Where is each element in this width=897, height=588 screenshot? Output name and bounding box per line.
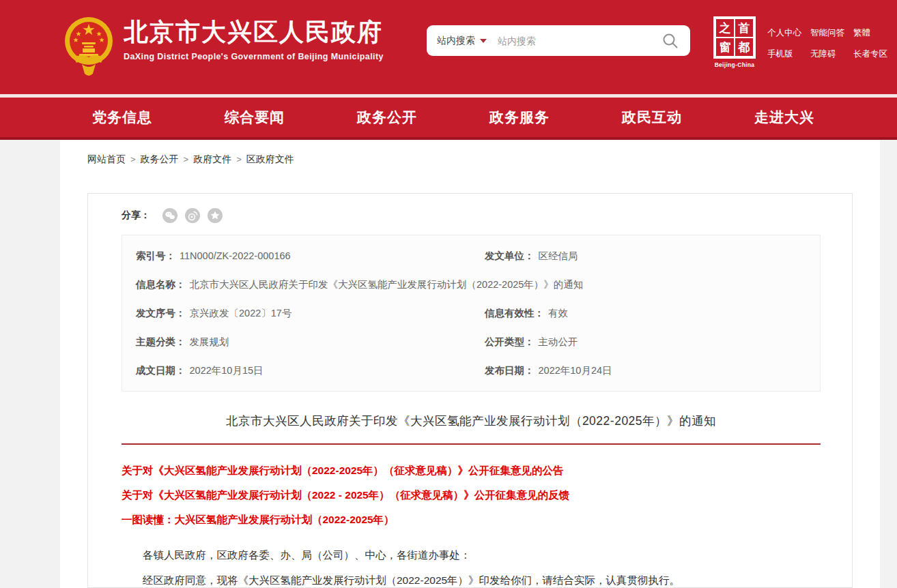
share-row: 分享： [122,208,821,223]
meta-validity: 信息有效性：有效 [471,299,820,327]
nav-item-party-affairs[interactable]: 党务信息 [92,108,152,127]
search-scope-label: 站内搜索 [437,35,475,47]
document-meta-table: 索引号：11N000/ZK-2022-000166 发文单位：区经信局 信息名称… [122,235,821,392]
document-body: 各镇人民政府，区政府各委、办、局（公司）、中心，各街道办事处： 经区政府同意，现… [122,547,821,588]
chevron-down-icon [480,39,487,43]
title-divider [122,443,821,445]
meta-issuing-unit: 发文单位：区经信局 [471,241,820,270]
meta-row: 索引号：11N000/ZK-2022-000166 发文单位：区经信局 [122,241,820,270]
capital-window-char: 都 [735,38,754,57]
nav-item-public-interaction[interactable]: 政民互动 [622,108,682,127]
breadcrumb-gov-documents[interactable]: 政府文件 [193,153,231,164]
nav-item-gov-services[interactable]: 政务服务 [489,108,550,127]
meta-row: 主题分类：发展规划 公开类型：主动公开 [122,327,820,356]
meta-document-number: 发文序号：京兴政发〔2022〕17号 [122,299,471,327]
meta-written-date: 成文日期：2022年10月15日 [122,356,471,385]
capital-window-char: 首 [735,18,754,38]
link-smart-qa[interactable]: 智能问答 [810,27,844,39]
article-card: 分享： [87,193,853,588]
share-label: 分享： [122,209,150,222]
breadcrumb-separator: > [130,154,136,164]
link-personal-center[interactable]: 个人中心 [767,27,801,39]
capital-window-char: 窗 [715,38,735,57]
meta-topic-category: 主题分类：发展规划 [122,327,471,356]
search-input[interactable] [498,35,660,46]
capital-window-char: 之 [715,18,735,38]
link-accessibility[interactable]: 无障碍 [810,48,836,60]
meta-info-name: 信息名称：北京市大兴区人民政府关于印发《大兴区氢能产业发展行动计划（2022-2… [122,270,820,299]
breadcrumb-home[interactable]: 网站首页 [87,153,126,164]
meta-publish-date: 发布日期：2022年10月24日 [471,356,820,385]
related-link-announcement[interactable]: 关于对《大兴区氢能产业发展行动计划（2022-2025年）（征求意见稿）》公开征… [122,458,821,483]
related-link-infographic[interactable]: 一图读懂：大兴区氢能产业发展行动计划（2022-2025年） [122,508,821,532]
document-paragraph: 经区政府同意，现将《大兴区氢能产业发展行动计划（2022-2025年）》印发给你… [122,572,821,588]
breadcrumb-district-documents[interactable]: 区政府文件 [246,153,294,164]
capital-window-caption: Beijing-China [712,61,757,68]
site-header: 北京市大兴区人民政府 DaXing District People's Gove… [0,0,897,94]
site-title: 北京市大兴区人民政府 [124,18,384,46]
weibo-share-icon[interactable] [185,208,200,223]
site-subtitle: DaXing District People's Government of B… [124,52,384,61]
related-links: 关于对《大兴区氢能产业发展行动计划（2022-2025年）（征求意见稿）》公开征… [122,458,821,532]
meta-row: 发文序号：京兴政发〔2022〕17号 信息有效性：有效 [122,299,820,327]
site-title-block: 北京市大兴区人民政府 DaXing District People's Gove… [124,18,384,61]
meta-row: 成文日期：2022年10月15日 发布日期：2022年10月24日 [122,356,820,385]
meta-index-number: 索引号：11N000/ZK-2022-000166 [122,241,471,270]
qzone-share-icon[interactable] [208,208,223,223]
search-icon [661,32,679,50]
search-scope-dropdown[interactable]: 站内搜索 [437,35,487,47]
nav-item-news[interactable]: 综合要闻 [225,108,285,127]
header-quick-links-row2: 手机版 无障碍 长者专区 [767,48,887,60]
link-senior-zone[interactable]: 长者专区 [853,48,887,60]
document-title: 北京市大兴区人民政府关于印发《大兴区氢能产业发展行动计划（2022-2025年）… [122,413,821,429]
document-paragraph: 各镇人民政府，区政府各委、办、局（公司）、中心，各街道办事处： [122,547,821,563]
meta-row: 信息名称：北京市大兴区人民政府关于印发《大兴区氢能产业发展行动计划（2022-2… [122,270,820,299]
search-button[interactable] [660,31,681,51]
link-mobile-version[interactable]: 手机版 [767,48,793,60]
header-quick-links-row1: 个人中心 智能问答 繁體 [767,27,887,39]
breadcrumb: 网站首页>政务公开>政府文件>区政府文件 [60,140,880,193]
wechat-share-icon[interactable] [162,208,177,223]
breadcrumb-separator: > [184,154,189,164]
breadcrumb-gov-disclosure[interactable]: 政务公开 [141,153,179,164]
content-wrapper: 网站首页>政务公开>政府文件>区政府文件 分享： [60,140,880,588]
nav-item-gov-disclosure[interactable]: 政务公开 [357,108,417,127]
nav-item-about-daxing[interactable]: 走进大兴 [754,108,814,127]
site-search: 站内搜索 [427,25,690,56]
capital-window-grid: 之 首 窗 都 [713,16,756,59]
capital-window-logo[interactable]: 之 首 窗 都 Beijing-China [712,16,757,68]
main-nav: 党务信息 综合要闻 政务公开 政务服务 政民互动 走进大兴 [0,98,897,140]
meta-disclosure-type: 公开类型：主动公开 [471,327,820,356]
link-traditional-chinese[interactable]: 繁體 [853,27,870,39]
breadcrumb-separator: > [236,154,242,164]
related-link-feedback[interactable]: 关于对《大兴区氢能产业发展行动计划（2022 - 2025年）（征求意见稿）》公… [122,483,821,508]
national-emblem-icon [64,15,113,79]
